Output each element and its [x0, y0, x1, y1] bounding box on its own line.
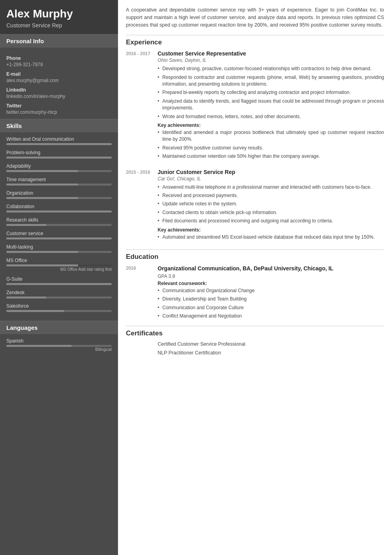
skill-name: Collaboration: [6, 204, 112, 209]
education-divider: [126, 249, 384, 250]
skill-bar-bg: [6, 184, 112, 186]
language-item: SpanishBilingual: [6, 338, 112, 352]
bullet-item: Answered multi-line telephone in a profe…: [158, 184, 384, 191]
entry-dates: 2015 - 2016: [126, 169, 158, 242]
skill-bar-fill: [6, 224, 46, 226]
bullet-item: Developed strong, proactive, customer-fo…: [158, 65, 384, 72]
skill-bar-bg: [6, 310, 112, 312]
languages-header: Languages: [0, 321, 118, 334]
skill-bar-bg: [6, 237, 112, 239]
skill-item: Collaboration: [6, 204, 112, 212]
education-entry: 2016Organizational Communication, BA, De…: [126, 265, 384, 321]
experience-entry: 2015 - 2016Junior Customer Service RepCa…: [126, 169, 384, 242]
achievement-item: Identified and amended a major process b…: [158, 129, 384, 143]
personal-info-header: Personal Info: [0, 34, 118, 48]
skills-content: Written and Oral communicationProblem-so…: [0, 132, 118, 321]
experience-list: 2016 - 2017Customer Service Representati…: [126, 50, 384, 242]
education-list: 2016Organizational Communication, BA, De…: [126, 265, 384, 321]
ms-office-warning: MS Office Add star rating first: [6, 267, 112, 272]
skill-bar-fill: [6, 251, 78, 253]
coursework-item: Diversity, Leadership and Team Building: [158, 296, 384, 302]
education-section-title: Education: [126, 253, 384, 261]
summary: A cooperative and dependable customer se…: [126, 6, 384, 29]
bullet-item: Wrote and formatted memos, letters, note…: [158, 113, 384, 120]
bullet-item: Responded to contractor and customer req…: [158, 74, 384, 88]
main-content: A cooperative and dependable customer se…: [118, 0, 392, 555]
entry-bullets: Developed strong, proactive, customer-fo…: [158, 65, 384, 120]
language-name: Spanish: [6, 338, 112, 344]
coursework-item: Conflict Management and Negotiation: [158, 313, 384, 320]
skill-item: Research skills: [6, 217, 112, 226]
experience-entry: 2016 - 2017Customer Service Representati…: [126, 50, 384, 161]
certificate-entry: NLP Practitioner Certification: [126, 350, 384, 356]
skill-bar-bg: [6, 170, 112, 172]
entry-company: Ohio Saves, Dayton, IL: [158, 57, 384, 63]
certificates-section-title: Certificates: [126, 329, 384, 337]
skill-name: Time management: [6, 177, 112, 182]
email-label: E-mail: [6, 71, 112, 77]
skill-item: MS OfficeMS Office Add star rating first: [6, 258, 112, 272]
skill-bar-fill: [6, 197, 78, 199]
skill-name: Research skills: [6, 217, 112, 223]
skill-item: Problem-solving: [6, 150, 112, 159]
key-achievements-label: Key achievements:: [158, 122, 384, 128]
skill-item: Multi-tasking: [6, 244, 112, 253]
experience-divider: [126, 35, 384, 35]
skill-item: G-Suite: [6, 276, 112, 285]
bullet-item: Prepared bi-weekly reports by collecting…: [158, 89, 384, 96]
skill-bar-fill: [6, 237, 112, 239]
skill-bar-fill: [6, 143, 112, 145]
skill-bar-fill: [6, 157, 112, 159]
certificate-name: NLP Practitioner Certification: [158, 350, 221, 356]
skill-bar-bg: [6, 157, 112, 159]
skill-bar-bg: [6, 251, 112, 253]
skill-item: Zendesk: [6, 290, 112, 299]
skill-item: Adaptability: [6, 163, 112, 172]
edu-degree: Organizational Communication, BA, DePaul…: [158, 265, 384, 272]
entry-dates: 2016 - 2017: [126, 50, 158, 161]
skill-name: Written and Oral communication: [6, 136, 112, 142]
skill-bar-bg: [6, 197, 112, 199]
language-level: Bilingual: [6, 347, 112, 352]
edu-body: Organizational Communication, BA, DePaul…: [158, 265, 384, 321]
skill-bar-fill: [6, 283, 112, 285]
phone-value: +1-299-321-7878: [6, 62, 112, 67]
skill-name: Adaptability: [6, 163, 112, 169]
personal-info-content: Phone +1-299-321-7878 E-mail alex.murphy…: [0, 48, 118, 119]
certs-divider: [126, 326, 384, 326]
certificate-name: Certified Customer Service Professional: [158, 341, 245, 347]
entry-bullets: Answered multi-line telephone in a profe…: [158, 184, 384, 225]
linkedin-value: linkedin.com/in/alex-murphy: [6, 94, 112, 99]
entry-body: Customer Service RepresentativeOhio Save…: [158, 50, 384, 161]
email-value: alex.murphy@gmail.com: [6, 78, 112, 83]
bullet-item: Analyzed data to identify trends, and fl…: [158, 98, 384, 112]
certificate-entry: Certified Customer Service Professional: [126, 341, 384, 347]
achievement-bullets: Automated and streamlined MS Excel-based…: [158, 234, 384, 241]
edu-year: 2016: [126, 265, 158, 321]
languages-content: SpanishBilingual: [0, 334, 118, 360]
skill-bar-bg: [6, 211, 112, 212]
skill-item: Written and Oral communication: [6, 136, 112, 145]
skill-item: Salesforce: [6, 303, 112, 312]
candidate-title: Customer Service Rep: [6, 22, 112, 29]
skill-bar: [6, 264, 112, 266]
coursework-item: Communication and Corporate Culture: [158, 304, 384, 311]
skill-bar-bg: [6, 283, 112, 285]
skill-bar-fill: [6, 184, 78, 186]
skill-bar-bg: [6, 297, 112, 299]
skill-name: Salesforce: [6, 303, 112, 309]
entry-company: Car Go!, Chicago, IL: [158, 176, 384, 182]
phone-label: Phone: [6, 56, 112, 61]
entry-body: Junior Customer Service RepCar Go!, Chic…: [158, 169, 384, 242]
skill-item: Time management: [6, 177, 112, 186]
achievement-bullets: Identified and amended a major process b…: [158, 129, 384, 160]
bullet-item: Contacted clients to obtain vehicle pick…: [158, 209, 384, 216]
skill-bar-bg: [6, 143, 112, 145]
twitter-value: twitter.com/murphy-rbcp: [6, 109, 112, 115]
coursework-item: Communication and Organizational Change: [158, 287, 384, 294]
edu-gpa: GPA 3.9: [158, 274, 384, 279]
bullet-item: Received and processed payments.: [158, 192, 384, 199]
skill-bar-fill: [6, 310, 64, 312]
skill-name: G-Suite: [6, 276, 112, 282]
entry-job-title: Junior Customer Service Rep: [158, 169, 384, 175]
